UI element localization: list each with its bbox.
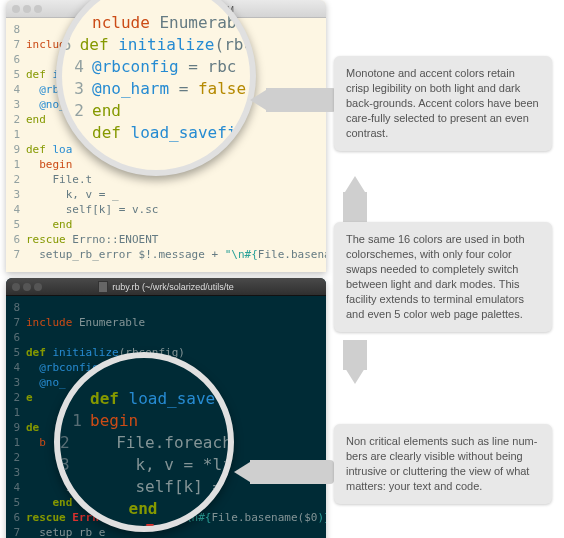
arrow-shaft [343, 192, 367, 222]
code-line: k, v = *line.s [78, 454, 234, 476]
callout-contrast: Monotone and accent colors retain crisp … [334, 56, 552, 151]
arrow-up-icon [345, 176, 365, 192]
minimize-icon[interactable] [23, 283, 31, 291]
line-number: 5 [6, 67, 26, 82]
code-line: @rbconfig = rbc [92, 56, 237, 78]
code-line: e [26, 390, 33, 405]
code-line: def loa [26, 142, 72, 157]
code-line: b [26, 435, 46, 450]
line-number: 4 [6, 202, 26, 217]
line-number: 2 [6, 112, 26, 127]
line-number: 1 [6, 435, 26, 450]
code-line: nclude Enumerab [92, 12, 237, 34]
line-number: 4 [6, 82, 26, 97]
line-number: 9 [6, 420, 26, 435]
line-number: 2 [60, 432, 78, 454]
close-icon[interactable] [12, 283, 20, 291]
arrow-shaft [266, 88, 336, 112]
arrow-shaft [343, 340, 367, 370]
zoom-icon[interactable] [34, 283, 42, 291]
arrow-left-icon [234, 462, 250, 482]
callout-sixteen-colors: The same 16 colors are used in both colo… [334, 222, 552, 332]
line-number: 1 [60, 410, 90, 432]
code-line: @no_ [26, 375, 66, 390]
close-icon[interactable] [12, 5, 20, 13]
line-number: 8 [6, 22, 26, 37]
code-line: end [26, 112, 46, 127]
line-number: 5 [6, 217, 26, 232]
code-line: k, v = _ [26, 187, 119, 202]
line-number: 9 [6, 142, 26, 157]
arrow-left-icon [250, 90, 266, 110]
code-line: self[k] = v.s [78, 476, 234, 498]
code-line: File.foreach( [78, 432, 234, 454]
line-number: 1 [6, 405, 26, 420]
code-line: def load_savef [90, 388, 225, 410]
line-number: 3 [6, 375, 26, 390]
code-line: end [26, 217, 72, 232]
line-number: 3 [6, 97, 26, 112]
code-line: end [92, 100, 121, 122]
line-number: 6 [6, 510, 26, 525]
code-line: include Enumerable [26, 315, 145, 330]
line-number: 6 [6, 330, 26, 345]
line-number: 7 [6, 525, 26, 538]
zoom-icon[interactable] [34, 5, 42, 13]
line-number: 6 [6, 232, 26, 247]
line-number: 2 [6, 172, 26, 187]
arrow-shaft [250, 460, 334, 484]
line-number: 3 [6, 187, 26, 202]
line-number: 3 [62, 78, 92, 100]
line-number: 8 [6, 300, 26, 315]
line-number: 2 [6, 390, 26, 405]
line-number: 6 [6, 52, 26, 67]
line-number: 5 [6, 495, 26, 510]
line-number: 3 [6, 465, 26, 480]
code-line: self[k] = v.sc [26, 202, 158, 217]
line-number: 1 [6, 127, 26, 142]
line-number: 7 [6, 315, 26, 330]
line-number: 2 [62, 100, 92, 122]
window-controls [12, 283, 42, 291]
window-controls [12, 5, 42, 13]
arrow-down-icon [345, 368, 365, 384]
line-number: 4 [62, 56, 92, 78]
dark-window-title: ruby.rb (~/wrk/solarized/utils/te [112, 282, 234, 292]
code-line: rescue Errno::ENOENT [26, 232, 158, 247]
line-number: 4 [6, 360, 26, 375]
line-number: 2 [6, 450, 26, 465]
code-line: def initialize(rbc [80, 34, 253, 56]
code-line: setup_rb_e [26, 525, 105, 538]
dark-titlebar: ruby.rb (~/wrk/solarized/utils/te [6, 278, 326, 296]
code-line: @no_harm = false [92, 78, 246, 100]
line-number: 5 [6, 345, 26, 360]
magnifier-dark: def load_savef1begin2 File.foreach(3 k, … [54, 352, 234, 532]
code-line: begin [26, 157, 72, 172]
document-icon [98, 281, 108, 293]
code-line: File.t [26, 172, 92, 187]
line-number: 7 [6, 247, 26, 262]
minimize-icon[interactable] [23, 5, 31, 13]
code-line: setup_rb_error $!.message + "\n#{File.ba… [26, 247, 326, 262]
code-line: begin [90, 410, 138, 432]
callout-line-numbers: Non critical elements such as line num-b… [334, 424, 552, 504]
line-number: 4 [6, 480, 26, 495]
line-number: 7 [6, 37, 26, 52]
code-line: def load_savefil [92, 122, 246, 144]
code-line: de [26, 420, 39, 435]
line-number: 5 [62, 34, 80, 56]
code-line: end [26, 495, 72, 510]
code-line: end [90, 498, 157, 520]
line-number: 1 [6, 157, 26, 172]
line-number: 3 [60, 454, 78, 476]
